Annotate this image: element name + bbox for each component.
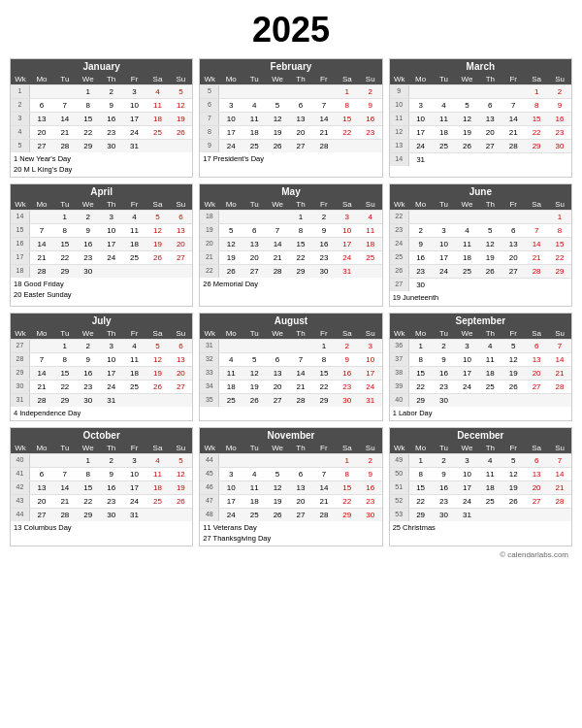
holiday-item: 17 President's Day — [203, 154, 378, 165]
week-number: 13 — [390, 140, 409, 152]
day-cell: 21 — [501, 126, 525, 139]
day-cell: 9 — [433, 353, 456, 366]
day-cell: 10 — [100, 353, 123, 366]
day-cell — [455, 85, 478, 98]
day-cell — [409, 211, 433, 223]
day-header-fr: Fr — [312, 328, 336, 339]
holidays: 1 New Year's Day20 M L King's Day — [11, 152, 192, 177]
day-cell: 20 — [30, 495, 53, 508]
day-cell: 5 — [501, 454, 525, 467]
day-cell — [501, 211, 525, 223]
week-row: 4012345 — [11, 453, 192, 467]
day-cell: 24 — [336, 251, 359, 264]
week-number: 53 — [390, 509, 409, 521]
day-cell: 16 — [100, 481, 123, 494]
day-headers: WkMoTuWeThFrSaSu — [200, 328, 381, 339]
day-cell: 6 — [30, 99, 53, 112]
week-row: 1324252627282930 — [390, 139, 571, 152]
day-cell: 6 — [242, 224, 266, 237]
day-cell: 9 — [77, 224, 100, 237]
day-cell: 28 — [525, 265, 548, 278]
week-number: 35 — [200, 394, 219, 407]
day-cell: 7 — [548, 340, 571, 352]
day-header-th: Th — [289, 199, 312, 210]
day-cell: 30 — [359, 509, 382, 521]
day-cell: 1 — [336, 85, 359, 98]
day-headers: WkMoTuWeThFrSaSu — [11, 328, 192, 339]
holiday-item: 18 Good Friday — [14, 280, 189, 290]
day-cell: 12 — [146, 353, 170, 366]
day-cell: 5 — [146, 211, 170, 223]
week-number: 5 — [200, 85, 219, 98]
day-cell: 13 — [478, 113, 501, 125]
week-number: 8 — [200, 126, 219, 139]
day-cell: 26 — [169, 126, 192, 139]
day-headers: WkMoTuWeThFrSaSu — [390, 443, 571, 453]
day-headers: WkMoTuWeThFrSaSu — [11, 74, 192, 84]
day-cell: 2 — [409, 224, 433, 237]
week-row: 402930 — [390, 393, 571, 407]
day-cell: 21 — [548, 481, 571, 494]
day-cell: 5 — [455, 99, 478, 112]
day-cell — [455, 394, 478, 407]
day-cell: 22 — [336, 495, 359, 508]
week-row: 1110111213141516 — [390, 112, 571, 125]
week-row: 2623242526272829 — [390, 264, 571, 278]
day-headers: WkMoTuWeThFrSaSu — [11, 443, 192, 453]
year-title: 2025 — [10, 10, 572, 50]
day-cell: 20 — [289, 126, 312, 139]
day-cell: 9 — [100, 468, 123, 480]
day-cell: 13 — [289, 481, 312, 494]
day-cell: 6 — [289, 99, 312, 112]
week-number: 16 — [11, 238, 30, 250]
day-cell: 27 — [169, 251, 192, 264]
day-cell: 8 — [77, 468, 100, 480]
day-cell: 4 — [433, 99, 456, 112]
holiday-item: 20 M L King's Day — [14, 165, 189, 176]
week-number: 12 — [390, 126, 409, 139]
day-cell: 5 — [478, 224, 501, 237]
month-block-november: NovemberWkMoTuWeThFrSaSu4412453456789461… — [199, 427, 382, 546]
month-title: June — [390, 184, 571, 199]
week-number: 24 — [390, 238, 409, 250]
day-header-su: Su — [359, 328, 382, 339]
day-header-we: We — [266, 328, 289, 339]
day-cell: 15 — [336, 113, 359, 125]
day-cell: 17 — [409, 126, 433, 139]
day-cell: 20 — [478, 126, 501, 139]
day-cell: 7 — [501, 99, 525, 112]
day-cell: 15 — [53, 367, 77, 380]
day-header-wk: Wk — [11, 443, 30, 453]
day-cell: 13 — [169, 224, 192, 237]
month-block-october: OctoberWkMoTuWeThFrSaSu40123454167891011… — [10, 427, 193, 546]
day-cell: 21 — [53, 495, 77, 508]
day-header-th: Th — [478, 328, 501, 339]
week-number: 6 — [200, 99, 219, 112]
day-cell: 14 — [312, 481, 336, 494]
day-cell: 1 — [548, 211, 571, 223]
day-header-su: Su — [548, 199, 571, 210]
day-header-wk: Wk — [390, 74, 409, 84]
day-cell: 24 — [433, 265, 456, 278]
day-cell: 15 — [336, 481, 359, 494]
day-cell: 2 — [548, 85, 571, 98]
day-cell: 9 — [77, 353, 100, 366]
day-cell: 29 — [336, 509, 359, 521]
day-cell: 14 — [289, 367, 312, 380]
day-cell: 6 — [169, 340, 192, 352]
day-cell: 8 — [409, 468, 433, 480]
day-cell: 9 — [359, 99, 382, 112]
day-cell: 14 — [548, 468, 571, 480]
day-header-su: Su — [548, 328, 571, 339]
day-header-we: We — [77, 443, 100, 453]
day-cell: 17 — [359, 367, 382, 380]
day-header-mo: Mo — [30, 443, 53, 453]
week-number: 44 — [11, 509, 30, 521]
day-header-tu: Tu — [242, 328, 266, 339]
day-header-sa: Sa — [336, 74, 359, 84]
day-cell: 11 — [123, 224, 146, 237]
day-cell: 3 — [100, 211, 123, 223]
week-number: 30 — [11, 381, 30, 393]
week-row: 4717181920212223 — [200, 494, 381, 508]
day-cell — [169, 265, 192, 278]
